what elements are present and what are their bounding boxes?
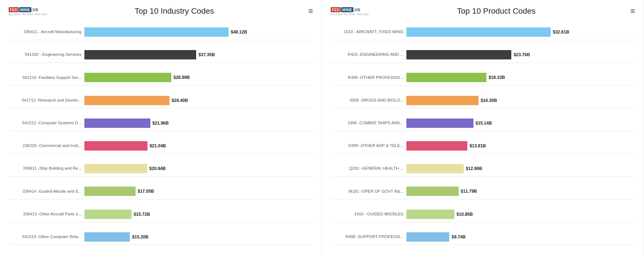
bar-label: 336413 -Other Aircraft Parts a... (9, 212, 84, 217)
bar-fill (84, 210, 132, 219)
logo-us-left: .US (32, 8, 38, 12)
bar-fill (84, 27, 229, 37)
bar-row: 541330 - Engineering Services$37.35B (9, 47, 313, 63)
bar-value: $18.10B (489, 75, 505, 80)
bar-row: R499 -OTHER PROFESSIO...$18.10B (331, 70, 635, 86)
bar-row: 336411 - Aircraft Manufacturing$48.12B (9, 24, 313, 40)
bar-container: $20.94B (84, 164, 313, 174)
bar-container: $48.12B (84, 27, 313, 37)
bar-value: $20.94B (149, 166, 166, 171)
bar-row: 541512 -Computer Systems D...$21.96B (9, 115, 313, 131)
bar-label: M181 -OPER OF GOVT R&... (331, 189, 406, 194)
bar-row: 236220 -Commercial and Insti...$21.04B (9, 138, 313, 154)
right-chart-area: 1510 - AIRCRAFT, FIXED WING$32.61BR425 -… (331, 21, 635, 249)
bar-label: 236220 -Commercial and Insti... (9, 143, 84, 148)
bar-row: D399 -OTHER ADP & TELE...$13.81B (331, 138, 635, 154)
bar-fill (406, 96, 478, 105)
bar-value: $37.35B (198, 52, 215, 57)
bar-container: $12.96B (406, 164, 635, 174)
bar-row: R425 -ENGINEERING AND ...$23.76B (331, 47, 635, 63)
bar-fill (406, 50, 511, 59)
bar-container: $28.40B (84, 95, 313, 106)
bar-container: $15.72B (84, 209, 313, 219)
bar-row: 6505 -DRUGS AND BIOLO...$16.30B (331, 93, 635, 108)
bar-row: 1510 - AIRCRAFT, FIXED WING$32.61B (331, 24, 635, 40)
bar-row: 336413 -Other Aircraft Parts a...$15.72B (9, 206, 313, 222)
bar-label: R425 -ENGINEERING AND ... (331, 52, 406, 57)
logo-fed-left: FED (9, 7, 19, 12)
bar-label: D399 -OTHER ADP & TELE... (331, 143, 406, 148)
right-panel-title: Top 10 Product Codes (369, 6, 624, 16)
bar-row: R408 -SUPPORT-PROFESSI...$9.74B (331, 229, 635, 245)
bar-fill (406, 164, 464, 173)
bar-value: $13.81B (469, 143, 486, 148)
bar-label: 561210 -Facilities Support Ser... (9, 75, 84, 80)
bar-value: $12.96B (466, 166, 482, 171)
bar-container: $10.85B (406, 209, 635, 219)
bar-value: $11.79B (461, 189, 477, 194)
bar-label: 336414 -Guided Missile and S... (9, 189, 84, 194)
bar-label: 1410 - GUIDED MISSILES (331, 212, 406, 217)
bar-value: $15.72B (134, 212, 150, 217)
bar-fill (406, 73, 486, 82)
bar-fill (406, 118, 473, 128)
bar-value: $9.74B (451, 234, 466, 240)
bar-fill (84, 118, 150, 128)
bar-fill (84, 96, 169, 105)
bar-row: M181 -OPER OF GOVT R&...$11.79B (331, 184, 635, 200)
bar-row: 561210 -Facilities Support Ser...$28.99B (9, 70, 313, 86)
bar-fill (84, 141, 147, 151)
logo-tagline-right: Buy Small, Sell Smart, Work Hard (331, 13, 369, 15)
right-logo: FED MINE .US Buy Small, Sell Smart, Work… (331, 7, 369, 15)
left-panel: FED MINE .US Buy Small, Sell Smart, Work… (0, 0, 322, 255)
bar-container: $21.04B (84, 141, 313, 151)
bar-value: $21.04B (150, 143, 166, 148)
bar-label: 541512 -Computer Systems D... (9, 121, 84, 126)
bar-value: $16.30B (481, 98, 497, 103)
bar-container: $16.30B (406, 95, 635, 106)
logo-fed-right: FED (331, 7, 341, 12)
right-header: FED MINE .US Buy Small, Sell Smart, Work… (331, 6, 635, 16)
bar-fill (406, 232, 449, 242)
bar-value: $48.12B (231, 30, 247, 35)
bar-container: $9.74B (406, 232, 635, 242)
bar-row: 541519 -Other Computer Rela...$15.20B (9, 229, 313, 245)
bar-label: 336611 -Ship Building and Re... (9, 166, 84, 171)
left-panel-title: Top 10 Industry Codes (47, 6, 302, 16)
bar-label: Q201 -GENERAL HEALTH ... (331, 166, 406, 171)
bar-fill (84, 164, 147, 173)
bar-row: Q201 -GENERAL HEALTH ...$12.96B (331, 161, 635, 177)
bar-container: $17.05B (84, 186, 313, 196)
bar-container: $23.76B (406, 50, 635, 60)
bar-fill (406, 27, 551, 37)
bar-label: 336411 - Aircraft Manufacturing (9, 30, 84, 35)
right-hamburger-icon[interactable]: ≡ (624, 6, 635, 16)
bar-label: 1905 -COMBAT SHIPS AND... (331, 121, 406, 126)
left-logo: FED MINE .US Buy Small, Sell Smart, Work… (9, 7, 47, 15)
bar-fill (84, 50, 196, 59)
bar-fill (406, 141, 467, 151)
bar-value: $21.96B (153, 121, 169, 126)
left-hamburger-icon[interactable]: ≡ (302, 6, 313, 16)
bar-label: 541519 -Other Computer Rela... (9, 234, 84, 240)
bar-value: $28.99B (173, 75, 190, 80)
bar-fill (406, 187, 459, 196)
bar-container: $11.79B (406, 186, 635, 196)
bar-label: 6505 -DRUGS AND BIOLO... (331, 98, 406, 103)
bar-fill (84, 187, 136, 196)
right-panel: FED MINE .US Buy Small, Sell Smart, Work… (322, 0, 644, 255)
bar-fill (406, 210, 454, 219)
bar-value: $15.14B (476, 121, 492, 126)
left-header: FED MINE .US Buy Small, Sell Smart, Work… (9, 6, 313, 16)
logo-mine-right: MINE (341, 7, 353, 12)
bar-row: 1905 -COMBAT SHIPS AND...$15.14B (331, 115, 635, 131)
bar-container: $28.99B (84, 72, 313, 82)
bar-value: $28.40B (172, 98, 188, 103)
bar-label: 541330 - Engineering Services (9, 52, 84, 57)
bar-container: $37.35B (84, 50, 313, 60)
logo-mine-left: MINE (19, 7, 31, 12)
bar-label: R408 -SUPPORT-PROFESSI... (331, 234, 406, 240)
bar-row: 1410 - GUIDED MISSILES$10.85B (331, 206, 635, 222)
bar-container: $32.61B (406, 27, 635, 37)
bar-row: 336611 -Ship Building and Re...$20.94B (9, 161, 313, 177)
